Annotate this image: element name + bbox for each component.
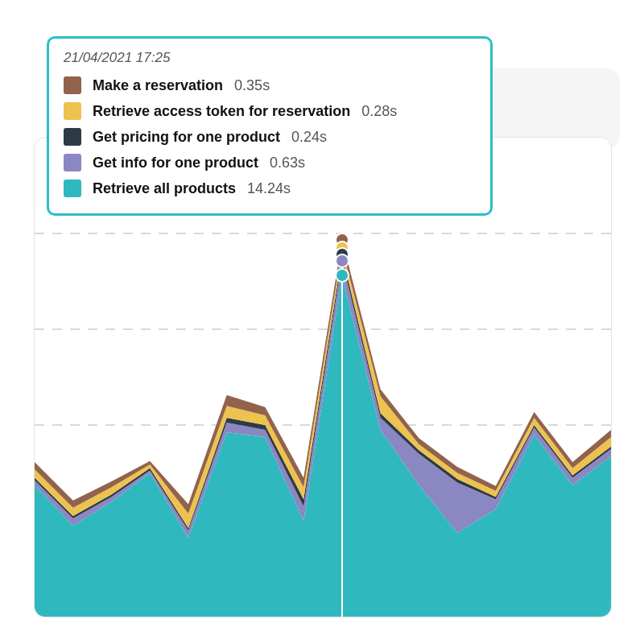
legend-swatch [64, 180, 81, 197]
tooltip-label: Make a reservation [93, 77, 223, 94]
tooltip-label: Get pricing for one product [93, 129, 280, 146]
tooltip-label: Retrieve all products [93, 180, 236, 197]
tooltip-value: 0.35s [234, 77, 270, 94]
tooltip-row: Make a reservation0.35s [64, 72, 476, 98]
legend-swatch [64, 102, 81, 120]
tooltip-value: 0.28s [361, 103, 397, 120]
tooltip-row: Get pricing for one product0.24s [64, 124, 476, 150]
tooltip-value: 0.24s [291, 129, 327, 146]
tooltip-row: Retrieve all products14.24s [64, 175, 476, 201]
chart-marker-point [335, 254, 349, 268]
chart-tooltip: 21/04/2021 17:25 Make a reservation0.35s… [47, 36, 493, 216]
tooltip-row: Retrieve access token for reservation0.2… [64, 98, 476, 124]
tooltip-timestamp: 21/04/2021 17:25 [64, 50, 476, 66]
legend-swatch [64, 128, 81, 146]
legend-swatch [64, 154, 81, 171]
tooltip-label: Retrieve access token for reservation [93, 103, 350, 120]
chart-marker-point [335, 268, 349, 283]
tooltip-value: 0.63s [270, 155, 305, 171]
tooltip-label: Get info for one product [93, 155, 258, 171]
tooltip-value: 14.24s [247, 180, 291, 197]
legend-swatch [64, 76, 81, 94]
tooltip-row: Get info for one product0.63s [64, 150, 476, 175]
